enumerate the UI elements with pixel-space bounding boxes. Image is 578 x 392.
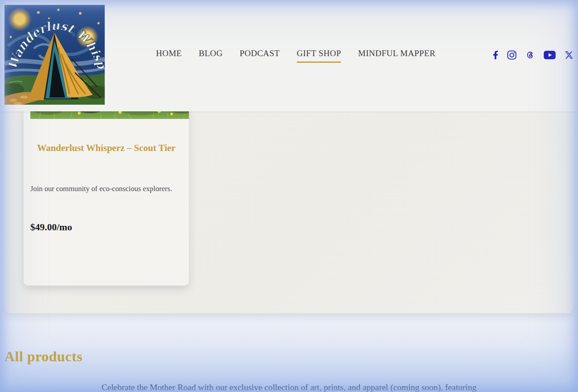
products-intro-text: Celebrate the Mother Road with our exclu…	[0, 383, 578, 392]
page: Wanderlust Whisperz – Scout Tier Join ou…	[0, 0, 578, 392]
products-panel: Wanderlust Whisperz – Scout Tier Join ou…	[4, 93, 574, 313]
site-logo[interactable]: Wanderlust Whisperz	[4, 5, 105, 105]
nav-item-gift-shop[interactable]: GIFT SHOP	[297, 49, 341, 63]
instagram-icon[interactable]	[507, 50, 517, 60]
tent-logo-illustration: Wanderlust Whisperz	[4, 5, 105, 105]
site-header: Wanderlust Whisperz HOME BLOG PODCAST GI…	[0, 0, 578, 111]
social-links	[493, 50, 573, 60]
product-title[interactable]: Wanderlust Whisperz – Scout Tier	[35, 142, 178, 154]
x-twitter-icon[interactable]	[565, 51, 573, 59]
product-price: $49.00/mo	[30, 222, 72, 233]
all-products-heading: All products	[4, 348, 82, 365]
nav-item-mindful-mapper[interactable]: MINDFUL MAPPER	[358, 49, 435, 63]
nav-item-blog[interactable]: BLOG	[199, 49, 223, 63]
main-nav: HOME BLOG PODCAST GIFT SHOP MINDFUL MAPP…	[156, 0, 435, 111]
threads-icon[interactable]	[525, 50, 535, 60]
nav-item-home[interactable]: HOME	[156, 49, 182, 63]
nav-item-podcast[interactable]: PODCAST	[240, 49, 280, 63]
product-description: Join our community of eco-conscious expl…	[30, 183, 179, 195]
product-card[interactable]: Wanderlust Whisperz – Scout Tier Join ou…	[24, 107, 189, 286]
youtube-icon[interactable]	[544, 51, 556, 59]
facebook-icon[interactable]	[493, 50, 498, 60]
